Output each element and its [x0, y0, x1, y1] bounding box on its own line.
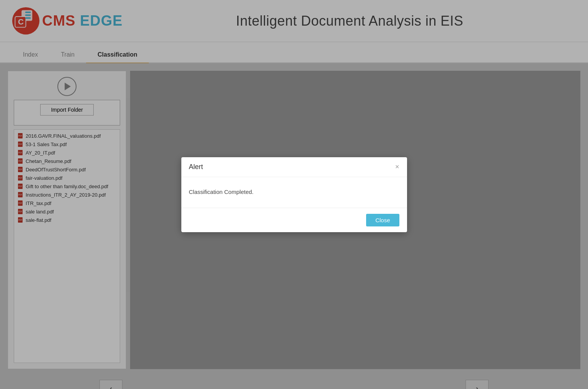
- alert-modal: Alert × Classification Completed. Close: [181, 157, 407, 232]
- modal-close-x-button[interactable]: ×: [395, 163, 399, 170]
- modal-close-button[interactable]: Close: [366, 214, 399, 226]
- modal-header: Alert ×: [181, 157, 407, 177]
- modal-footer: Close: [181, 208, 407, 232]
- modal-message: Classification Completed.: [189, 189, 254, 195]
- modal-overlay: Alert × Classification Completed. Close: [0, 0, 588, 389]
- modal-body: Classification Completed.: [181, 177, 407, 208]
- modal-title: Alert: [189, 163, 203, 171]
